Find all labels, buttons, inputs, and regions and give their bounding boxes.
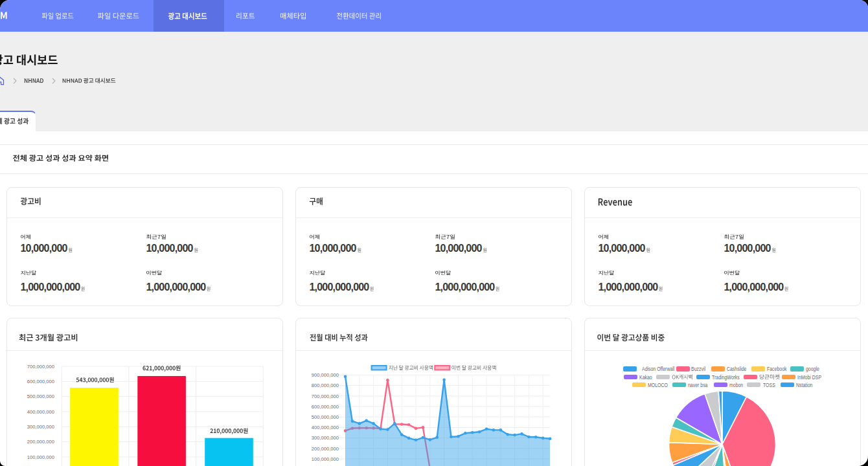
svg-text:900,000,000: 900,000,000 xyxy=(312,372,339,378)
svg-text:300,000,000: 300,000,000 xyxy=(312,435,339,441)
svg-text:700,000,000: 700,000,000 xyxy=(312,394,339,399)
svg-text:500,000,000: 500,000,000 xyxy=(27,394,54,399)
svg-text:800,000,000: 800,000,000 xyxy=(312,383,339,388)
svg-text:400,000,000: 400,000,000 xyxy=(312,425,339,430)
svg-text:400,000,000: 400,000,000 xyxy=(27,409,54,415)
svg-text:600,000,000: 600,000,000 xyxy=(312,404,339,410)
svg-text:500,000,000: 500,000,000 xyxy=(312,414,339,420)
svg-text:200,000,000: 200,000,000 xyxy=(27,439,54,445)
svg-text:600,000,000: 600,000,000 xyxy=(27,379,54,384)
svg-text:100,000,000: 100,000,000 xyxy=(312,456,339,462)
svg-text:200,000,000: 200,000,000 xyxy=(312,446,339,452)
svg-text:700,000,000: 700,000,000 xyxy=(27,364,54,370)
svg-text:300,000,000: 300,000,000 xyxy=(27,424,54,430)
svg-text:100,000,000: 100,000,000 xyxy=(27,454,54,460)
